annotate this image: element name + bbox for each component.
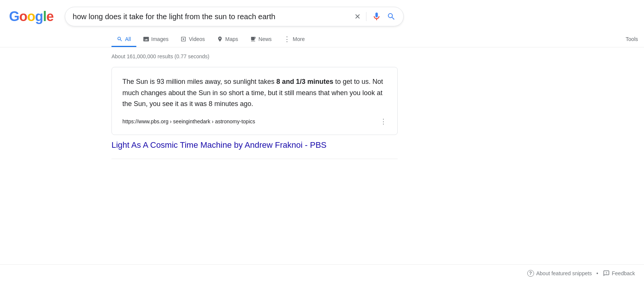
tab-more-label: More [293, 36, 305, 42]
results-stats: About 161,000,000 results (0.77 seconds) [111, 53, 414, 59]
feedback-label: Feedback [612, 270, 635, 276]
snippet-text-before: The Sun is 93 million miles away, so sun… [122, 78, 276, 85]
nav-tabs: All Images Videos Maps News ⋮ More Tools [0, 29, 644, 47]
source-url-row: https://www.pbs.org › seeinginthedark › … [122, 117, 387, 126]
logo-g: G [9, 9, 19, 24]
tab-all-label: All [125, 36, 131, 42]
search-bar-wrapper: how long does it take for the light from… [65, 7, 404, 26]
feedback-button[interactable]: Feedback [603, 270, 635, 277]
tab-images-label: Images [151, 36, 169, 42]
source-options-icon[interactable]: ⋮ [380, 117, 387, 126]
about-snippets-link[interactable]: ? About featured snippets [527, 270, 592, 277]
info-icon: ? [527, 270, 534, 277]
result-separator [111, 159, 398, 159]
clear-icon[interactable]: ✕ [354, 13, 361, 20]
tools-button[interactable]: Tools [620, 32, 644, 47]
images-tab-icon [143, 36, 149, 42]
maps-tab-icon [217, 36, 223, 42]
news-tab-icon [250, 36, 256, 42]
source-url-text: https://www.pbs.org › seeinginthedark › … [122, 118, 255, 124]
feedback-icon [603, 270, 610, 277]
logo-o1: o [19, 9, 27, 24]
snippet-text: The Sun is 93 million miles away, so sun… [122, 76, 387, 110]
search-input[interactable]: how long does it take for the light from… [73, 12, 350, 21]
bottom-bar: ? About featured snippets • Feedback [0, 264, 644, 282]
logo-e: e [46, 9, 53, 24]
main-content: About 161,000,000 results (0.77 seconds)… [0, 47, 414, 159]
google-logo[interactable]: Google [9, 9, 53, 24]
search-bar-icons: ✕ [354, 12, 396, 21]
search-tab-icon [117, 36, 123, 42]
search-bar: how long does it take for the light from… [65, 7, 404, 26]
videos-tab-icon [180, 36, 186, 42]
tab-news[interactable]: News [245, 32, 277, 47]
tab-images[interactable]: Images [138, 32, 174, 47]
microphone-icon[interactable] [372, 12, 382, 21]
tab-videos[interactable]: Videos [175, 32, 210, 47]
vertical-divider [366, 12, 366, 21]
logo-l: l [43, 9, 46, 24]
header: Google how long does it take for the lig… [0, 0, 644, 26]
logo-g2: g [35, 9, 43, 24]
bullet-separator: • [597, 270, 598, 276]
tab-maps[interactable]: Maps [212, 32, 243, 47]
featured-snippet: The Sun is 93 million miles away, so sun… [111, 67, 398, 135]
tab-maps-label: Maps [225, 36, 238, 42]
about-snippets-label: About featured snippets [536, 270, 592, 276]
snippet-text-bold: 8 and 1/3 minutes [276, 78, 333, 85]
tab-videos-label: Videos [189, 36, 205, 42]
more-dots-icon: ⋮ [284, 36, 290, 42]
tab-more[interactable]: ⋮ More [278, 32, 310, 47]
logo-o2: o [27, 9, 35, 24]
tab-news-label: News [258, 36, 272, 42]
result-title: Light As A Cosmic Time Machine by Andrew… [111, 139, 398, 151]
search-submit-icon[interactable] [387, 12, 396, 21]
tab-all[interactable]: All [111, 32, 136, 47]
result-link[interactable]: Light As A Cosmic Time Machine by Andrew… [111, 140, 327, 150]
